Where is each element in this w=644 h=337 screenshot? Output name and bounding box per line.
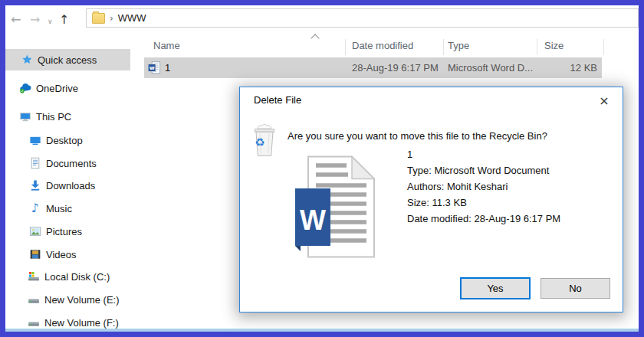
column-separator[interactable] xyxy=(345,39,346,55)
detail-date-modified: Date modified: 28-Aug-19 6:17 PM xyxy=(407,211,560,227)
sidebar-item-label: Documents xyxy=(46,158,97,169)
sidebar-item-label: Music xyxy=(46,203,72,214)
os-drive-icon xyxy=(27,270,40,283)
column-header-name[interactable]: Name xyxy=(153,40,180,51)
sidebar-item-label: Videos xyxy=(46,249,77,260)
detail-type: Type: Microsoft Word Document xyxy=(407,162,560,178)
desktop-icon xyxy=(28,134,41,147)
svg-text:W: W xyxy=(300,204,326,236)
sidebar-item-label: OneDrive xyxy=(36,83,78,94)
sort-ascending-icon xyxy=(310,34,319,42)
drive-icon xyxy=(27,316,40,329)
yes-button[interactable]: Yes xyxy=(460,277,531,299)
sidebar-item-downloads[interactable]: Downloads xyxy=(5,175,130,195)
up-icon[interactable]: ↑ xyxy=(59,11,69,28)
file-details: 1 Type: Microsoft Word Document Authors:… xyxy=(407,146,560,227)
sidebar-item-documents[interactable]: Documents xyxy=(5,153,130,173)
sidebar-item-this-pc[interactable]: This PC xyxy=(5,106,130,126)
sidebar-item-label: Pictures xyxy=(46,226,82,237)
file-row-selected[interactable]: w 1 28-Aug-19 6:17 PM Microsoft Word D..… xyxy=(144,57,602,78)
address-bar[interactable]: › WWW xyxy=(86,8,639,28)
window-bottom-edge xyxy=(5,329,639,332)
sidebar-item-label: Quick access xyxy=(38,54,97,66)
sidebar-item-onedrive[interactable]: OneDrive xyxy=(5,78,130,98)
file-date-modified: 28-Aug-19 6:17 PM xyxy=(352,62,439,74)
sidebar-item-local-disk-c[interactable]: Local Disk (C:) xyxy=(5,267,130,286)
drive-icon xyxy=(27,293,40,306)
detail-size: Size: 11.3 KB xyxy=(407,195,560,211)
sidebar-item-label: Desktop xyxy=(46,135,83,146)
explorer-window: ← → ∨ ↑ › WWW Quick access OneDrive xyxy=(0,0,644,337)
folder-icon xyxy=(92,13,105,24)
svg-text:♻: ♻ xyxy=(255,136,264,149)
sidebar-item-label: New Volume (F:) xyxy=(44,317,119,329)
music-note-icon: ♪ xyxy=(28,202,41,215)
detail-authors: Authors: Mohit Keshari xyxy=(407,178,560,195)
word-file-icon: w xyxy=(148,61,161,74)
sidebar-item-label: Local Disk (C:) xyxy=(44,271,110,283)
word-document-icon: W xyxy=(295,155,375,258)
sidebar-item-label: Downloads xyxy=(46,180,95,191)
star-icon xyxy=(20,54,33,67)
column-separator[interactable] xyxy=(603,39,604,55)
sidebar-item-pictures[interactable]: Pictures xyxy=(5,221,130,241)
pictures-icon xyxy=(28,225,41,238)
breadcrumb-folder[interactable]: WWW xyxy=(118,12,146,24)
computer-icon xyxy=(18,110,31,123)
file-name: 1 xyxy=(165,62,170,74)
column-separator[interactable] xyxy=(443,39,444,55)
sidebar-item-label: This PC xyxy=(36,111,71,123)
column-separator[interactable] xyxy=(537,39,537,55)
forward-icon[interactable]: → xyxy=(30,11,40,28)
videos-icon xyxy=(28,248,41,261)
recycle-bin-icon: ♻ xyxy=(250,123,279,158)
no-button[interactable]: No xyxy=(540,278,610,299)
dialog-message: Are you sure you want to move this file … xyxy=(288,130,547,142)
close-icon[interactable]: × xyxy=(592,90,616,110)
svg-text:w: w xyxy=(150,64,155,71)
sidebar-item-quick-access[interactable]: Quick access xyxy=(5,49,130,70)
download-arrow-icon xyxy=(28,179,41,192)
column-header-type[interactable]: Type xyxy=(448,40,469,51)
file-size: 12 KB xyxy=(531,62,597,74)
documents-icon xyxy=(28,157,41,170)
sidebar-item-label: New Volume (E:) xyxy=(44,294,120,306)
dialog-title: Delete File xyxy=(254,94,301,106)
detail-file-name: 1 xyxy=(407,146,560,162)
recent-locations-chevron-icon[interactable]: ∨ xyxy=(48,13,53,30)
sidebar-item-new-volume-e[interactable]: New Volume (E:) xyxy=(5,290,130,309)
delete-file-dialog: Delete File × ♻ Are you sure you want to… xyxy=(239,87,623,312)
file-type: Microsoft Word D... xyxy=(448,62,533,74)
column-header-size[interactable]: Size xyxy=(544,40,564,51)
sidebar-item-music[interactable]: ♪ Music xyxy=(5,198,130,218)
sidebar-item-videos[interactable]: Videos xyxy=(5,244,130,264)
breadcrumb-separator: › xyxy=(110,13,113,24)
sidebar-item-desktop[interactable]: Desktop xyxy=(5,130,130,150)
onedrive-cloud-icon xyxy=(18,82,31,95)
column-header-date-modified[interactable]: Date modified xyxy=(352,40,413,51)
back-icon[interactable]: ← xyxy=(11,11,21,28)
